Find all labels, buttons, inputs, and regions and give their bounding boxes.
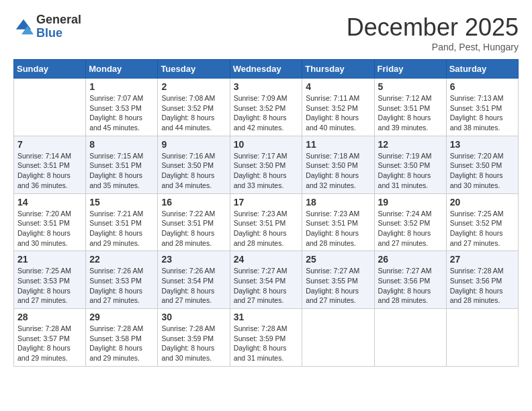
day-number: 1 xyxy=(89,81,154,92)
day-info: Sunrise: 7:28 AMSunset: 3:59 PMDaylight:… xyxy=(234,324,299,363)
calendar-cell: 28Sunrise: 7:28 AMSunset: 3:57 PMDayligh… xyxy=(14,309,86,367)
calendar-cell: 9Sunrise: 7:16 AMSunset: 3:50 PMDaylight… xyxy=(158,136,230,193)
page-header: General Blue December 2025 Pand, Pest, H… xyxy=(13,13,519,52)
calendar-cell xyxy=(374,309,446,367)
calendar-cell: 19Sunrise: 7:24 AMSunset: 3:52 PMDayligh… xyxy=(374,193,446,251)
calendar-table: SundayMondayTuesdayWednesdayThursdayFrid… xyxy=(13,59,519,367)
day-number: 31 xyxy=(234,312,299,322)
calendar-cell: 7Sunrise: 7:14 AMSunset: 3:51 PMDaylight… xyxy=(14,136,86,193)
day-number: 18 xyxy=(306,197,370,208)
day-number: 4 xyxy=(306,81,370,92)
column-header-tuesday: Tuesday xyxy=(158,60,230,79)
calendar-week-row: 14Sunrise: 7:20 AMSunset: 3:51 PMDayligh… xyxy=(14,193,519,251)
day-number: 29 xyxy=(89,312,154,322)
day-number: 24 xyxy=(234,254,299,265)
day-number: 6 xyxy=(450,81,515,92)
calendar-cell: 1Sunrise: 7:07 AMSunset: 3:53 PMDaylight… xyxy=(86,79,158,136)
calendar-cell: 21Sunrise: 7:25 AMSunset: 3:53 PMDayligh… xyxy=(14,251,86,309)
day-number: 5 xyxy=(378,81,443,92)
calendar-cell: 8Sunrise: 7:15 AMSunset: 3:51 PMDaylight… xyxy=(86,136,158,193)
day-number: 3 xyxy=(234,81,299,92)
calendar-cell: 17Sunrise: 7:23 AMSunset: 3:51 PMDayligh… xyxy=(230,193,302,251)
day-number: 10 xyxy=(234,139,299,150)
day-number: 25 xyxy=(306,254,370,265)
day-info: Sunrise: 7:20 AMSunset: 3:51 PMDaylight:… xyxy=(17,209,82,248)
day-info: Sunrise: 7:20 AMSunset: 3:50 PMDaylight:… xyxy=(450,151,515,191)
calendar-cell: 5Sunrise: 7:12 AMSunset: 3:51 PMDaylight… xyxy=(374,79,446,136)
calendar-week-row: 28Sunrise: 7:28 AMSunset: 3:57 PMDayligh… xyxy=(14,309,519,367)
calendar-cell: 23Sunrise: 7:26 AMSunset: 3:54 PMDayligh… xyxy=(158,251,230,309)
day-info: Sunrise: 7:24 AMSunset: 3:52 PMDaylight:… xyxy=(378,209,443,248)
calendar-cell: 16Sunrise: 7:22 AMSunset: 3:51 PMDayligh… xyxy=(158,193,230,251)
location: Pand, Pest, Hungary xyxy=(347,42,519,52)
day-info: Sunrise: 7:22 AMSunset: 3:51 PMDaylight:… xyxy=(161,209,226,248)
day-info: Sunrise: 7:09 AMSunset: 3:52 PMDaylight:… xyxy=(234,93,299,133)
calendar-cell: 27Sunrise: 7:28 AMSunset: 3:56 PMDayligh… xyxy=(446,251,518,309)
day-info: Sunrise: 7:27 AMSunset: 3:54 PMDaylight:… xyxy=(234,266,299,306)
calendar-cell: 30Sunrise: 7:28 AMSunset: 3:59 PMDayligh… xyxy=(158,309,230,367)
column-header-saturday: Saturday xyxy=(446,60,518,79)
day-info: Sunrise: 7:13 AMSunset: 3:51 PMDaylight:… xyxy=(450,93,515,133)
day-number: 15 xyxy=(89,197,154,208)
day-number: 27 xyxy=(450,254,515,265)
calendar-cell: 2Sunrise: 7:08 AMSunset: 3:52 PMDaylight… xyxy=(158,79,230,136)
calendar-cell: 12Sunrise: 7:19 AMSunset: 3:50 PMDayligh… xyxy=(374,136,446,193)
calendar-cell: 6Sunrise: 7:13 AMSunset: 3:51 PMDaylight… xyxy=(446,79,518,136)
day-number: 30 xyxy=(161,312,226,322)
day-info: Sunrise: 7:18 AMSunset: 3:50 PMDaylight:… xyxy=(306,151,370,191)
day-number: 20 xyxy=(450,197,515,208)
day-number: 12 xyxy=(378,139,443,150)
day-number: 9 xyxy=(161,139,226,150)
calendar-cell: 10Sunrise: 7:17 AMSunset: 3:50 PMDayligh… xyxy=(230,136,302,193)
day-number: 26 xyxy=(378,254,443,265)
day-info: Sunrise: 7:19 AMSunset: 3:50 PMDaylight:… xyxy=(378,151,443,191)
day-info: Sunrise: 7:26 AMSunset: 3:53 PMDaylight:… xyxy=(89,266,154,306)
day-info: Sunrise: 7:14 AMSunset: 3:51 PMDaylight:… xyxy=(17,151,82,191)
column-header-wednesday: Wednesday xyxy=(230,60,302,79)
calendar-cell: 22Sunrise: 7:26 AMSunset: 3:53 PMDayligh… xyxy=(86,251,158,309)
calendar-cell: 13Sunrise: 7:20 AMSunset: 3:50 PMDayligh… xyxy=(446,136,518,193)
day-number: 28 xyxy=(17,312,82,322)
day-info: Sunrise: 7:12 AMSunset: 3:51 PMDaylight:… xyxy=(378,93,443,133)
calendar-cell: 26Sunrise: 7:27 AMSunset: 3:56 PMDayligh… xyxy=(374,251,446,309)
day-number: 22 xyxy=(89,254,154,265)
day-number: 7 xyxy=(17,139,82,150)
column-header-monday: Monday xyxy=(86,60,158,79)
day-info: Sunrise: 7:11 AMSunset: 3:52 PMDaylight:… xyxy=(306,93,370,133)
title-block: December 2025 Pand, Pest, Hungary xyxy=(347,13,519,52)
day-info: Sunrise: 7:25 AMSunset: 3:52 PMDaylight:… xyxy=(450,209,515,248)
day-number: 14 xyxy=(17,197,82,208)
calendar-week-row: 21Sunrise: 7:25 AMSunset: 3:53 PMDayligh… xyxy=(14,251,519,309)
day-number: 13 xyxy=(450,139,515,150)
calendar-week-row: 7Sunrise: 7:14 AMSunset: 3:51 PMDaylight… xyxy=(14,136,519,193)
day-info: Sunrise: 7:15 AMSunset: 3:51 PMDaylight:… xyxy=(89,151,154,191)
calendar-cell: 29Sunrise: 7:28 AMSunset: 3:58 PMDayligh… xyxy=(86,309,158,367)
logo: General Blue xyxy=(13,13,81,40)
column-header-friday: Friday xyxy=(374,60,446,79)
day-info: Sunrise: 7:27 AMSunset: 3:55 PMDaylight:… xyxy=(306,266,370,306)
calendar-cell: 18Sunrise: 7:23 AMSunset: 3:51 PMDayligh… xyxy=(302,193,374,251)
logo-general: General xyxy=(36,13,81,27)
day-info: Sunrise: 7:25 AMSunset: 3:53 PMDaylight:… xyxy=(17,266,82,306)
day-number: 17 xyxy=(234,197,299,208)
calendar-cell: 31Sunrise: 7:28 AMSunset: 3:59 PMDayligh… xyxy=(230,309,302,367)
day-number: 2 xyxy=(161,81,226,92)
day-info: Sunrise: 7:23 AMSunset: 3:51 PMDaylight:… xyxy=(306,209,370,248)
day-info: Sunrise: 7:07 AMSunset: 3:53 PMDaylight:… xyxy=(89,93,154,133)
calendar-cell: 14Sunrise: 7:20 AMSunset: 3:51 PMDayligh… xyxy=(14,193,86,251)
calendar-cell xyxy=(14,79,86,136)
day-info: Sunrise: 7:28 AMSunset: 3:59 PMDaylight:… xyxy=(161,324,226,363)
logo-blue: Blue xyxy=(36,27,81,40)
day-info: Sunrise: 7:23 AMSunset: 3:51 PMDaylight:… xyxy=(234,209,299,248)
day-number: 19 xyxy=(378,197,443,208)
day-info: Sunrise: 7:28 AMSunset: 3:58 PMDaylight:… xyxy=(89,324,154,363)
day-info: Sunrise: 7:26 AMSunset: 3:54 PMDaylight:… xyxy=(161,266,226,306)
calendar-cell: 3Sunrise: 7:09 AMSunset: 3:52 PMDaylight… xyxy=(230,79,302,136)
day-info: Sunrise: 7:16 AMSunset: 3:50 PMDaylight:… xyxy=(161,151,226,191)
column-header-sunday: Sunday xyxy=(14,60,86,79)
day-info: Sunrise: 7:17 AMSunset: 3:50 PMDaylight:… xyxy=(234,151,299,191)
day-number: 8 xyxy=(89,139,154,150)
month-title: December 2025 xyxy=(347,13,519,42)
logo-text: General Blue xyxy=(36,13,81,40)
logo-icon xyxy=(13,17,34,37)
